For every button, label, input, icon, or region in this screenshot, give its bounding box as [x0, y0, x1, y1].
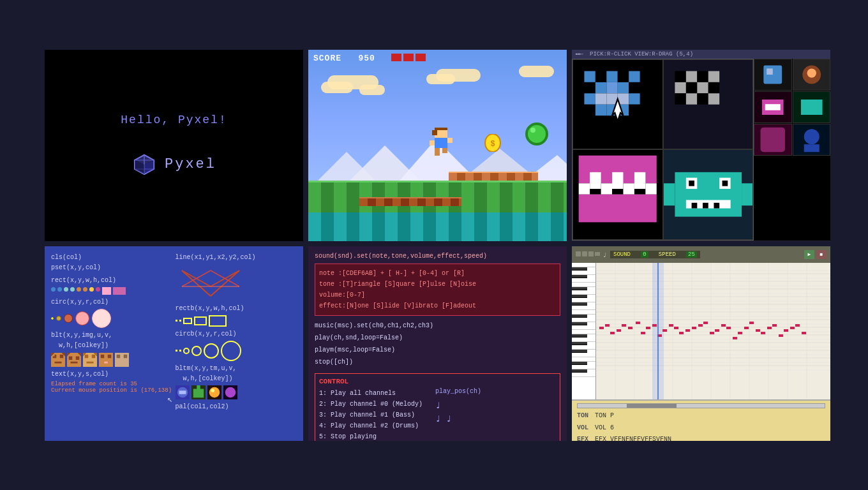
- svg-rect-83: [691, 203, 697, 209]
- svg-rect-40: [584, 93, 595, 104]
- svg-rect-196: [636, 322, 640, 324]
- key-4[interactable]: [572, 283, 595, 287]
- svg-rect-41: [595, 93, 606, 104]
- sprite-sidebar[interactable]: [754, 59, 830, 241]
- svg-rect-75: [675, 172, 742, 217]
- circle-small: [56, 316, 61, 321]
- scroll-handle[interactable]: [627, 404, 676, 408]
- dot-4: [70, 287, 75, 292]
- thumb-3[interactable]: [754, 91, 792, 123]
- svg-rect-203: [674, 327, 678, 329]
- key-11[interactable]: [572, 330, 595, 334]
- svg-rect-194: [622, 324, 626, 327]
- svg-rect-193: [617, 329, 621, 332]
- key-3[interactable]: [572, 278, 595, 283]
- stop-button[interactable]: ■: [816, 250, 827, 259]
- svg-rect-224: [795, 324, 800, 327]
- key-12[interactable]: [572, 338, 595, 342]
- thumb-2[interactable]: [793, 59, 831, 91]
- svg-rect-58: [697, 82, 708, 93]
- thumb-1[interactable]: [754, 59, 792, 91]
- play-cmd: play(ch,snd,loop=False): [315, 332, 560, 344]
- sound-badge[interactable]: SOUND 0 SPEED 25: [610, 251, 700, 258]
- cloud-1c: [359, 85, 385, 95]
- svg-rect-140: [197, 385, 200, 390]
- cube-icon: [131, 152, 157, 177]
- svg-rect-49: [629, 104, 640, 115]
- svg-rect-35: [584, 82, 595, 93]
- sprite-q3[interactable]: [572, 149, 663, 240]
- api-rect-row: rect(x,y,w,h,col): [51, 276, 173, 295]
- svg-rect-24: [576, 53, 577, 54]
- water-area: [308, 212, 567, 241]
- sprite-thumbnail-list[interactable]: [754, 59, 830, 241]
- circle-large: [75, 311, 89, 325]
- key-16[interactable]: [572, 365, 595, 369]
- thumb-6[interactable]: [793, 124, 831, 156]
- api-blt2: w,h,[colkey]): [51, 341, 173, 351]
- ctrl-3: 3: Play channel #1 (Bass): [319, 410, 423, 420]
- sprite-q2[interactable]: [663, 59, 754, 150]
- key-17[interactable]: [572, 373, 595, 377]
- sound-label: SOUND: [613, 251, 631, 258]
- circb-s: [183, 348, 190, 354]
- svg-rect-223: [790, 327, 795, 329]
- svg-rect-46: [595, 104, 606, 115]
- health-bar: [391, 54, 426, 61]
- dot-yellow-2: [179, 320, 181, 322]
- music-grid[interactable]: [596, 263, 830, 399]
- key-9[interactable]: [572, 318, 595, 322]
- svg-rect-105: [55, 361, 62, 363]
- svg-rect-101: [804, 144, 819, 152]
- dot-6: [83, 287, 87, 292]
- svg-rect-55: [708, 71, 719, 82]
- circb-m: [191, 346, 202, 356]
- thumb-4[interactable]: [793, 91, 831, 123]
- key-8[interactable]: [572, 310, 595, 315]
- key-1[interactable]: [572, 263, 595, 267]
- svg-line-131: [211, 271, 239, 296]
- sprite-canvas[interactable]: [572, 59, 754, 241]
- sprite-q1[interactable]: [572, 59, 663, 150]
- svg-rect-19: [447, 138, 453, 143]
- speed-val[interactable]: 25: [686, 251, 697, 258]
- ctrl-2: 2: Play channel #0 (Melody): [319, 399, 423, 410]
- play-pos-area: play_pos(ch) ♩ ♩ ♩: [435, 388, 481, 441]
- line-demo-svg: [176, 264, 246, 299]
- key-2[interactable]: [572, 271, 595, 275]
- tone-row: TON TON P: [577, 410, 825, 422]
- key-6[interactable]: [572, 298, 595, 302]
- sprite-editor-panel[interactable]: PICK:R-CLICK VIEW:R-DRAG (5,4): [572, 50, 830, 241]
- key-15[interactable]: [572, 357, 595, 362]
- svg-rect-207: [698, 324, 703, 327]
- ctrl-1: 1: Play all channels: [319, 388, 423, 399]
- efx-row: EFX EFX VFFNFNFFVFFSVFNN: [577, 434, 825, 441]
- sprite-main: [572, 59, 830, 241]
- svg-rect-63: [708, 93, 719, 104]
- thumb-5[interactable]: [754, 124, 792, 156]
- play-button[interactable]: ▶: [804, 250, 814, 259]
- key-13[interactable]: [572, 345, 595, 350]
- api-right-col: line(x1,y1,x2,y2,col) rectb(x,y,w,h,col): [176, 253, 297, 434]
- svg-rect-13: [435, 128, 447, 130]
- svg-rect-225: [802, 332, 806, 334]
- hello-panel: Hello, Pyxel! Pyxel: [45, 50, 303, 241]
- sound-val[interactable]: 0: [641, 251, 648, 258]
- key-10[interactable]: [572, 325, 595, 330]
- svg-rect-104: [60, 354, 64, 358]
- scroll-bar[interactable]: [577, 403, 825, 408]
- key-7[interactable]: [572, 306, 595, 310]
- api-pal: pal(col1,col2): [176, 402, 297, 412]
- sprite-q4[interactable]: [663, 149, 754, 240]
- dot-2: [57, 287, 62, 292]
- cloud-1b: [321, 82, 353, 93]
- music-editor-panel[interactable]: ♩ SOUND 0 SPEED 25 ▶ ■: [572, 246, 830, 441]
- svg-rect-17: [442, 148, 447, 153]
- key-14[interactable]: [572, 353, 595, 357]
- svg-rect-192: [610, 332, 615, 334]
- svg-rect-211: [721, 324, 726, 327]
- key-5[interactable]: [572, 290, 595, 295]
- svg-rect-204: [679, 332, 684, 334]
- svg-text:♩: ♩: [602, 252, 606, 259]
- api-blt: blt(x,y,img,u,v,: [51, 330, 173, 341]
